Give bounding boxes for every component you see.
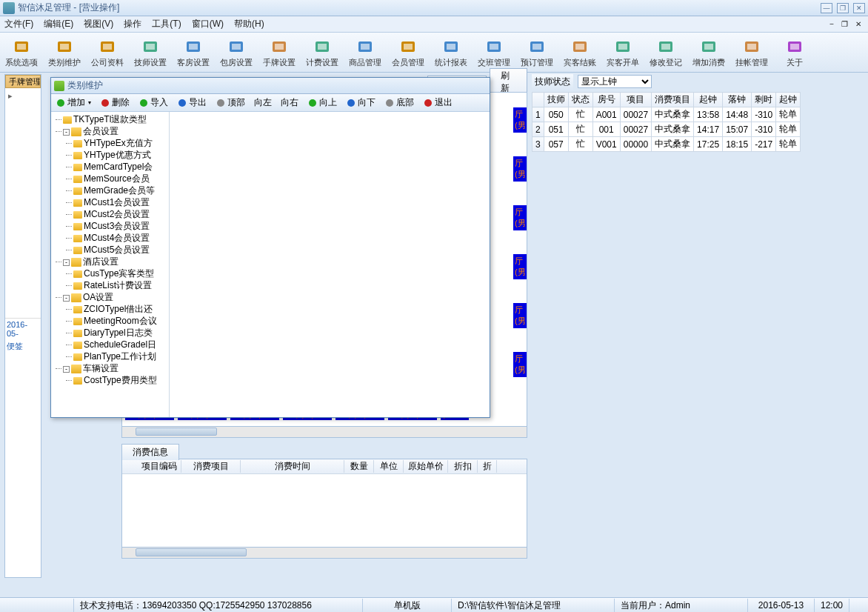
tech-col[interactable]: 技师 [544, 93, 568, 107]
menu-window[interactable]: 窗口(W) [192, 18, 224, 30]
tree-item[interactable]: MCust3会员设置 [73, 220, 167, 232]
table-row[interactable]: 2051忙00100027中式桑拿14:1715:07-310轮单 [533, 122, 801, 137]
consume-col[interactable]: 消费时间 [241, 460, 344, 473]
toolbar-包房设置[interactable]: 包房设置 [215, 33, 258, 72]
tree-item[interactable]: YHType优惠方式 [73, 149, 167, 161]
modal-btn-增加[interactable]: 增加 [51, 96, 96, 110]
mdi-minimize-icon[interactable]: − [827, 20, 836, 28]
menubar: 文件(F) 编辑(E) 视图(V) 操作 工具(T) 窗口(W) 帮助(H) −… [0, 16, 868, 33]
table-row[interactable]: 3057忙V00100000中式桑拿17:2518:15-217轮单 [533, 137, 801, 152]
consume-scrollbar[interactable] [121, 548, 527, 559]
tree-item[interactable]: ScheduleGradel日 [73, 339, 167, 350]
toolbar-修改登记[interactable]: 修改登记 [644, 33, 687, 72]
consume-col[interactable]: 数量 [344, 460, 374, 473]
toolbar-宾客开单[interactable]: 宾客开单 [601, 33, 644, 72]
tech-col[interactable]: 状态 [568, 93, 592, 107]
tree-item[interactable]: MemGrade会员等 [73, 184, 167, 196]
tech-col[interactable]: 项目 [620, 93, 651, 107]
tab-consume[interactable]: 消费信息 [121, 444, 179, 460]
svg-rect-21 [447, 44, 455, 50]
left-tree[interactable]: ▸ [5, 88, 41, 318]
consume-col[interactable]: 折 [478, 460, 497, 473]
tree-group[interactable]: -OA设置ZCIOTypel借出还MeetingRoom会议DiaryTypel… [63, 291, 167, 362]
category-tree[interactable]: TKTypeTl退款类型-会员设置YHTypeEx充值方YHType优惠方式Me… [51, 112, 170, 417]
toolbar-交班管理[interactable]: 交班管理 [473, 33, 515, 72]
toolbar-计费设置[interactable]: 计费设置 [301, 33, 344, 72]
tech-col[interactable]: 消费项目 [652, 93, 694, 107]
menu-operate[interactable]: 操作 [124, 18, 141, 30]
table-row[interactable]: 1050忙A00100027中式桑拿13:5814:48-310轮单 [533, 107, 801, 122]
modal-btn-导入[interactable]: 导入 [134, 96, 173, 110]
tree-item[interactable]: MCust4会员设置 [73, 232, 167, 244]
modal-btn-顶部[interactable]: 顶部 [211, 96, 250, 110]
toolbar-手牌设置[interactable]: 手牌设置 [258, 33, 301, 72]
consume-col[interactable]: 折扣 [448, 460, 478, 473]
modal-btn-向左[interactable]: 向左 [250, 96, 276, 110]
tree-group[interactable]: -车辆设置CostType费用类型 [63, 362, 167, 386]
tree-item[interactable]: CostType费用类型 [73, 374, 167, 386]
toolbar-挂帐管理[interactable]: 挂帐管理 [730, 33, 773, 72]
toolbar-类别维护[interactable]: 类别维护 [43, 33, 86, 72]
menu-view[interactable]: 视图(V) [84, 18, 113, 30]
toolbar-宾客结账[interactable]: 宾客结账 [558, 33, 601, 72]
tech-col[interactable]: 起钟 [694, 93, 723, 107]
tree-item[interactable]: MCust1会员设置 [73, 196, 167, 208]
consume-col[interactable]: 单位 [374, 460, 404, 473]
toolbar-关于[interactable]: 关于 [773, 33, 816, 72]
svg-point-44 [347, 99, 355, 107]
modal-btn-向右[interactable]: 向右 [276, 96, 303, 110]
toolbar-统计报表[interactable]: 统计报表 [430, 33, 473, 72]
menu-file[interactable]: 文件(F) [4, 18, 33, 30]
tree-item[interactable]: MeetingRoom会议 [73, 315, 167, 327]
minimize-button[interactable]: — [821, 3, 832, 13]
consume-col[interactable]: 原始单价 [404, 460, 448, 473]
modal-btn-导出[interactable]: 导出 [173, 96, 211, 110]
tree-group[interactable]: -酒店设置CusType宾客类型RateList计费设置 [63, 256, 167, 291]
close-button[interactable]: ✕ [853, 3, 865, 13]
toolbar-系统选项[interactable]: 系统选项 [0, 33, 43, 72]
tech-col[interactable]: 落钟 [723, 93, 752, 107]
tree-item[interactable]: ZCIOTypel借出还 [73, 303, 167, 315]
svg-rect-19 [404, 44, 413, 50]
tree-item[interactable]: YHTypeEx充值方 [73, 137, 167, 149]
toolbar-会员管理[interactable]: 会员管理 [387, 33, 430, 72]
left-memo[interactable]: 便签 [5, 339, 41, 353]
modal-btn-删除[interactable]: 删除 [96, 96, 134, 110]
maximize-button[interactable]: ❐ [837, 3, 849, 13]
tech-display-select[interactable]: 显示上钟 [578, 75, 652, 88]
toolbar-商品管理[interactable]: 商品管理 [344, 33, 387, 72]
tree-item[interactable]: RateList计费设置 [73, 279, 167, 291]
app-icon [3, 2, 15, 14]
tree-item[interactable]: DiaryTypel日志类 [73, 327, 167, 339]
tree-item[interactable]: CusType宾客类型 [73, 267, 167, 279]
mdi-restore-icon[interactable]: ❐ [839, 20, 850, 28]
tree-item[interactable]: MCust2会员设置 [73, 208, 167, 220]
menu-edit[interactable]: 编辑(E) [44, 18, 73, 30]
consume-col[interactable]: 消费项目 [181, 460, 241, 473]
tech-col[interactable]: 房号 [592, 93, 620, 107]
tree-item[interactable]: MemCardTypel会 [73, 161, 167, 173]
tree-group[interactable]: -会员设置YHTypeEx充值方YHType优惠方式MemCardTypel会M… [63, 125, 167, 256]
modal-btn-向上[interactable]: 向上 [303, 96, 341, 110]
modal-btn-底部[interactable]: 底部 [380, 96, 418, 110]
tree-item[interactable]: PlanType工作计划 [73, 350, 167, 362]
tree-item[interactable]: MemSource会员 [73, 173, 167, 184]
toolbar-增加消费[interactable]: 增加消费 [687, 33, 730, 72]
toolbar-公司资料[interactable]: 公司资料 [86, 33, 129, 72]
toolbar-预订管理[interactable]: 预订管理 [515, 33, 558, 72]
tree-item[interactable]: TKTypeTl退款类型 [63, 113, 167, 125]
menu-tools[interactable]: 工具(T) [152, 18, 181, 30]
rooms-scrollbar[interactable] [121, 427, 527, 438]
menu-help[interactable]: 帮助(H) [234, 18, 264, 30]
tech-col[interactable]: 剩时 [752, 93, 776, 107]
room-side-label: 厅(男 [513, 254, 527, 279]
toolbar-技师设置[interactable]: 技师设置 [129, 33, 172, 72]
mdi-close-icon[interactable]: ✕ [853, 20, 864, 28]
modal-btn-退出[interactable]: 退出 [418, 96, 457, 110]
left-tab-handcard[interactable]: 手牌管理 [5, 75, 41, 88]
modal-btn-向下[interactable]: 向下 [341, 96, 380, 110]
tree-item[interactable]: MCust5会员设置 [73, 244, 167, 256]
consume-col[interactable]: 项目编码 [137, 460, 181, 473]
toolbar-客房设置[interactable]: 客房设置 [172, 33, 215, 72]
tech-col[interactable]: 起钟 [776, 93, 801, 107]
